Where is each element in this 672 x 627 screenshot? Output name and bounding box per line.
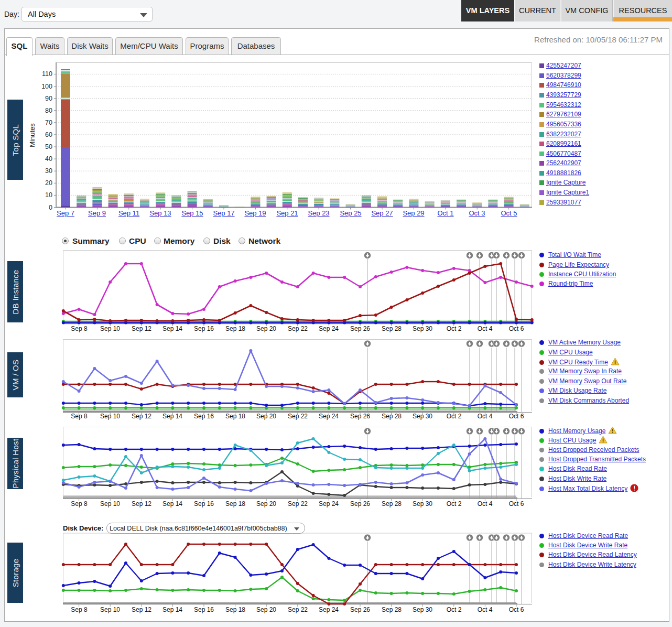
- svg-text:90: 90: [45, 95, 52, 102]
- svg-text:100: 100: [41, 83, 52, 90]
- svg-text:10: 10: [45, 191, 52, 199]
- svg-text:60: 60: [45, 131, 52, 138]
- svg-text:40: 40: [45, 155, 52, 163]
- svg-text:80: 80: [45, 107, 52, 114]
- svg-text:50: 50: [45, 143, 52, 150]
- svg-text:30: 30: [45, 167, 52, 175]
- svg-text:20: 20: [45, 179, 52, 187]
- svg-text:70: 70: [45, 119, 52, 126]
- svg-text:Minutes: Minutes: [28, 123, 36, 147]
- svg-text:110: 110: [42, 70, 52, 78]
